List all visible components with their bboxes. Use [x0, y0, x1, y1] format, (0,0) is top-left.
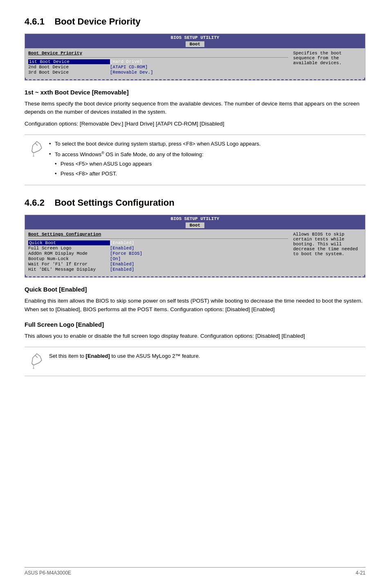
section-462-title: 4.6.2 Boot Settings Configuration [25, 197, 365, 208]
bios-val-2-4: [On] [110, 256, 121, 261]
section-462-heading: Boot Settings Configuration [54, 197, 174, 208]
section-462-number: 4.6.2 [25, 197, 45, 208]
note-box-1: To select the boot device during system … [25, 135, 365, 186]
bios-row-2-2: Full Screen Logo [Enabled] [28, 246, 288, 251]
bios-content-1: Boot Device Priority 1st Boot Device [Ha… [25, 48, 365, 78]
footer-right: 4-21 [356, 570, 365, 576]
section-462-para1: Enabling this item allows the BIOS to sk… [25, 297, 365, 314]
section-461-para2: Configuration options: [Removable Dev.] … [25, 120, 365, 128]
bios-left-1: Boot Device Priority 1st Boot Device [Ha… [28, 51, 288, 75]
bios-key-2-3: AddOn ROM Display Mode [28, 251, 110, 256]
bios-right-1: Specifies the boot sequence from the ava… [288, 51, 362, 75]
bios-section-label-2: Boot Settings Configuration [28, 232, 288, 237]
bios-val-1-1: [Hard Drive] [110, 59, 142, 64]
bios-tab-2: Boot [186, 222, 204, 228]
bios-row-2-1: Quick Boot [Enabled] [28, 240, 288, 245]
note-item-1: To select the boot device during system … [49, 140, 365, 148]
bios-key-1-3: 3rd Boot Device [28, 70, 110, 75]
bios-dashed-2 [25, 275, 365, 277]
bios-key-2-4: Bootup Num-Lock [28, 256, 110, 261]
bios-val-2-3: [Force BIOS] [110, 251, 142, 256]
bios-val-1-2: [ATAPI CD-ROM] [110, 65, 148, 70]
note-sub-item-2: Press <F8> after POST. [55, 170, 365, 178]
bios-key-2-5: Wait For 'F1' If Error [28, 262, 110, 267]
bios-key-1-1: 1st Boot Device [28, 59, 110, 64]
bios-row-1-1: 1st Boot Device [Hard Drive] [28, 59, 288, 64]
section-461-title: 4.6.1 Boot Device Priority [25, 16, 365, 27]
sub-heading-quick-boot: Quick Boot [Enabled] [25, 286, 365, 293]
bios-row-2-3: AddOn ROM Display Mode [Force BIOS] [28, 251, 288, 256]
bios-separator-1 [28, 57, 288, 58]
bios-row-2-4: Bootup Num-Lock [On] [28, 256, 288, 261]
bios-right-2: Allows BIOS to skip certain tests while … [288, 232, 362, 272]
note-icon-2 [25, 352, 49, 371]
bios-tab-1: Boot [186, 41, 204, 47]
pencil-icon-2 [29, 353, 44, 371]
page-footer: ASUS P6-M4A3000E 4-21 [25, 567, 365, 576]
bios-key-2-1: Quick Boot [28, 240, 110, 245]
note-sub-item-1: Press <F5> when ASUS Logo appears [55, 160, 365, 168]
note2-text-before: Set this item to [49, 353, 86, 359]
bios-val-2-1: [Enabled] [110, 240, 134, 245]
sub-heading-full-screen: Full Screen Logo [Enabled] [25, 321, 365, 328]
bios-val-1-3: [Removable Dev.] [110, 70, 153, 75]
section-461-heading: Boot Device Priority [54, 16, 140, 27]
bios-header-1: BIOS SETUP UTILITY [25, 34, 365, 41]
bios-header-2: BIOS SETUP UTILITY [25, 215, 365, 222]
bios-key-2-2: Full Screen Logo [28, 246, 110, 251]
sub-heading-1: 1st ~ xxth Boot Device [Removable] [25, 89, 365, 96]
note-box-2: Set this item to [Enabled] to use the AS… [25, 347, 365, 376]
bios-box-1: BIOS SETUP UTILITY Boot Boot Device Prio… [25, 34, 365, 81]
section-461-para1: These items specify the boot device prio… [25, 100, 365, 117]
bios-key-2-6: Hit 'DEL' Message Display [28, 267, 110, 272]
bios-row-1-2: 2nd Boot Device [ATAPI CD-ROM] [28, 65, 288, 70]
bios-row-1-3: 3rd Boot Device [Removable Dev.] [28, 70, 288, 75]
note-icon-1 [25, 140, 49, 159]
bios-val-2-5: [Enabled] [110, 262, 134, 267]
bios-val-2-2: [Enabled] [110, 246, 134, 251]
section-462-para2: This allows you to enable or disable the… [25, 332, 365, 340]
bios-section-label-1: Boot Device Priority [28, 51, 288, 56]
bios-row-2-5: Wait For 'F1' If Error [Enabled] [28, 262, 288, 267]
bios-tab-row-2: Boot [25, 222, 365, 229]
bios-separator-2 [28, 238, 288, 239]
note2-bold: [Enabled] [86, 353, 110, 359]
bios-content-2: Boot Settings Configuration Quick Boot [… [25, 229, 365, 275]
note-item-2: To access Windows® OS in Safe Mode, do a… [49, 150, 365, 179]
bios-val-2-6: [Enabled] [110, 267, 134, 272]
section-461-number: 4.6.1 [25, 16, 45, 27]
bios-key-1-2: 2nd Boot Device [28, 65, 110, 70]
bios-dashed-1 [25, 78, 365, 80]
note-content-2: Set this item to [Enabled] to use the AS… [49, 352, 365, 361]
bios-row-2-6: Hit 'DEL' Message Display [Enabled] [28, 267, 288, 272]
footer-left: ASUS P6-M4A3000E [25, 570, 71, 576]
bios-box-2: BIOS SETUP UTILITY Boot Boot Settings Co… [25, 215, 365, 278]
bios-left-2: Boot Settings Configuration Quick Boot [… [28, 232, 288, 272]
note2-text-after: to use the ASUS MyLogo 2™ feature. [110, 353, 200, 359]
bios-tab-row-1: Boot [25, 41, 365, 48]
note-content-1: To select the boot device during system … [49, 140, 365, 180]
pencil-icon [29, 141, 44, 159]
